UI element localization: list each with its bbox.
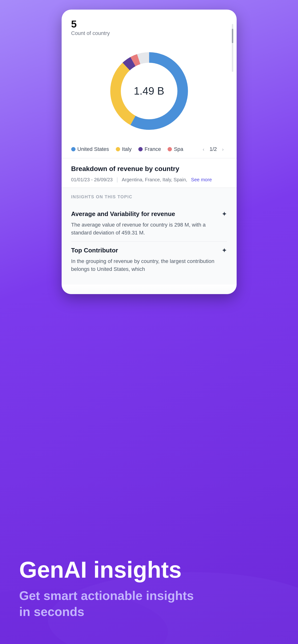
- chart-legend: United States Italy France Spa ‹ 1/2 ›: [71, 141, 227, 158]
- insight-item-top: Top Contributor ✦ In the grouping of rev…: [71, 242, 227, 278]
- legend-label-italy: Italy: [122, 146, 132, 152]
- phone-card: 5 Count of country: [62, 10, 237, 294]
- see-more-link[interactable]: See more: [191, 177, 212, 182]
- breakdown-date: 01/01/23 - 26/09/23: [71, 177, 113, 182]
- genai-section: GenAI insights Get smart actionable insi…: [0, 299, 298, 644]
- insight-title-avg: Average and Variability for revenue: [71, 210, 175, 218]
- scrollbar-thumb: [232, 29, 233, 43]
- breakdown-meta: 01/01/23 - 26/09/23 | Argentina, France,…: [71, 176, 227, 183]
- insights-topic-label: INSIGHTS ON THIS TOPIC: [71, 194, 227, 200]
- legend-label-france: France: [145, 146, 161, 152]
- legend-label-spain: Spa: [174, 146, 183, 152]
- legend-item-france: France: [138, 146, 161, 152]
- stats-number: 5: [71, 19, 227, 29]
- insights-section: INSIGHTS ON THIS TOPIC Average and Varia…: [62, 188, 237, 284]
- legend-dot-us: [71, 147, 76, 151]
- legend-label-us: United States: [77, 146, 109, 152]
- insight-text-top: In the grouping of revenue by country, t…: [71, 257, 227, 273]
- legend-item-us: United States: [71, 146, 109, 152]
- breakdown-title: Breakdown of revenue by country: [71, 165, 227, 173]
- legend-dot-italy: [116, 147, 120, 151]
- sparkle-icon-top: ✦: [221, 246, 227, 254]
- legend-next-button[interactable]: ›: [219, 145, 227, 153]
- legend-prev-button[interactable]: ‹: [199, 145, 208, 153]
- insight-title-top: Top Contributor: [71, 247, 118, 254]
- donut-chart: 1.49 B: [104, 46, 195, 136]
- insight-item-avg: Average and Variability for revenue ✦ Th…: [71, 205, 227, 242]
- insight-header-avg: Average and Variability for revenue ✦: [71, 210, 227, 218]
- stats-label: Count of country: [71, 30, 227, 36]
- phone-card-section: 5 Count of country: [0, 0, 298, 294]
- donut-center-value: 1.49 B: [134, 85, 164, 97]
- sparkle-icon-avg: ✦: [221, 210, 227, 218]
- legend-navigation: ‹ 1/2 ›: [199, 145, 227, 153]
- insight-text-avg: The average value of revenue for country…: [71, 221, 227, 236]
- breakdown-separator: |: [117, 176, 118, 183]
- legend-item-italy: Italy: [116, 146, 132, 152]
- breakdown-section: Breakdown of revenue by country 01/01/23…: [71, 158, 227, 188]
- legend-item-spain: Spa: [168, 146, 183, 152]
- genai-subtitle: Get smart actionable insights in seconds: [19, 588, 206, 620]
- legend-dot-france: [138, 147, 143, 151]
- stats-header: 5 Count of country: [71, 19, 227, 36]
- genai-title: GenAI insights: [19, 558, 279, 582]
- scrollbar[interactable]: [232, 24, 233, 72]
- donut-chart-container: 1.49 B: [71, 38, 227, 141]
- legend-page: 1/2: [209, 146, 217, 152]
- insight-header-top: Top Contributor ✦: [71, 246, 227, 254]
- card-bottom-fade: [62, 284, 237, 294]
- legend-dot-spain: [168, 147, 172, 151]
- breakdown-countries: Argentina, France, Italy, Spain,: [122, 177, 187, 182]
